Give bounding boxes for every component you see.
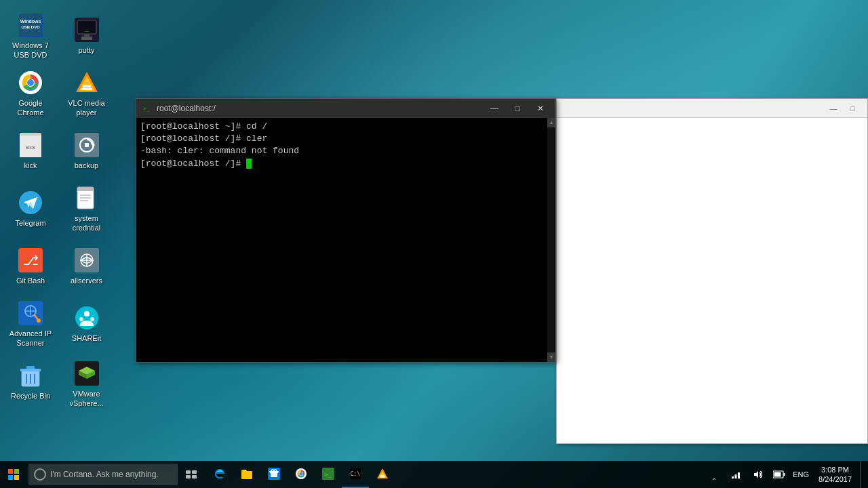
svg-point-49 — [90, 317, 94, 321]
svg-text:>_: >_ — [143, 105, 151, 112]
desktop-icon-telegram[interactable]: Telegram — [3, 180, 58, 237]
svg-rect-61 — [186, 470, 191, 474]
maximize-button[interactable]: □ — [843, 101, 862, 116]
desktop-icon-advanced-ip[interactable]: Advanced IPScanner — [3, 295, 58, 352]
taskbar-apps-container: >_ C:\ — [206, 461, 396, 488]
tray-volume-icon[interactable] — [748, 461, 767, 488]
svg-rect-83 — [738, 472, 740, 479]
terminal-cursor — [246, 159, 252, 169]
advanced-ip-icon — [17, 300, 44, 327]
desktop-icon-label: Git Bash — [16, 277, 45, 285]
show-desktop-button[interactable] — [860, 461, 863, 488]
svg-rect-64 — [192, 475, 197, 479]
svg-rect-32 — [83, 85, 91, 87]
cortana-search-bar[interactable]: I'm Cortana. Ask me anything. — [28, 464, 178, 485]
desktop-icon-label: Windows 7 USB DVD — [12, 41, 49, 59]
recycle-bin-icon — [17, 362, 44, 389]
taskbar-app-vlc[interactable] — [369, 461, 396, 488]
backup-icon — [73, 131, 100, 159]
terminal-close-button[interactable]: ✕ — [531, 101, 550, 116]
desktop-icon-chrome[interactable]: GoogleChrome — [3, 64, 58, 122]
window-content — [557, 118, 867, 443]
terminal-window[interactable]: >_ root@localhost:/ — □ ✕ [root@localhos… — [136, 98, 556, 363]
terminal-titlebar: >_ root@localhost:/ — □ ✕ — [136, 99, 555, 118]
windows-dvd-icon: Windows USB DVD — [17, 12, 44, 39]
background-window[interactable]: — □ — [556, 98, 868, 444]
taskbar: I'm Cortana. Ask me anything. — [0, 461, 868, 488]
svg-rect-39 — [77, 187, 94, 191]
svg-rect-58 — [14, 469, 19, 474]
start-button[interactable] — [0, 461, 27, 488]
desktop-icon-label: kick — [24, 161, 37, 170]
svg-rect-37 — [85, 143, 89, 147]
desktop: Windows USB DVD Windows 7 USB DVD — [0, 0, 868, 488]
terminal-line-1: [root@localhost ~]# cd / — [140, 121, 551, 133]
desktop-icon-system-cred[interactable]: systemcredntial — [60, 180, 114, 237]
kick-icon: kick — [17, 131, 44, 159]
terminal-maximize-button[interactable]: □ — [508, 101, 527, 116]
svg-marker-84 — [754, 471, 758, 478]
scroll-track — [547, 127, 555, 352]
desktop-icon-shareit[interactable]: SHAREit — [60, 295, 114, 352]
system-clock[interactable]: 3:08 PM 8/24/2017 — [813, 461, 857, 488]
svg-rect-60 — [14, 475, 19, 480]
cortana-search-text: I'm Cortana. Ask me anything. — [50, 470, 159, 479]
desktop-icon-vmware[interactable]: VMwarevSphere... — [60, 355, 114, 413]
svg-rect-28 — [81, 37, 92, 40]
desktop-icon-label: Recycle Bin — [11, 392, 50, 401]
window-titlebar: — □ — [557, 99, 867, 118]
svg-rect-29 — [84, 34, 90, 37]
scroll-down-button[interactable]: ▼ — [547, 352, 555, 362]
tray-network-icon[interactable] — [726, 461, 745, 488]
desktop-icon-git-bash[interactable]: ⎇ Git Bash — [3, 237, 58, 295]
taskbar-app-edge[interactable] — [206, 461, 233, 488]
svg-rect-86 — [784, 473, 785, 476]
taskbar-app-explorer[interactable] — [233, 461, 260, 488]
desktop-icon-vlc[interactable]: VLC mediaplayer — [60, 64, 114, 122]
desktop-icon-label: Telegram — [15, 219, 45, 228]
system-cred-icon — [73, 184, 100, 211]
taskbar-app-ssh[interactable]: >_ — [315, 461, 342, 488]
svg-rect-62 — [192, 470, 197, 474]
desktop-icon-putty[interactable]: _ putty — [60, 7, 114, 64]
allservers-icon — [73, 247, 100, 274]
terminal-app-icon: >_ — [142, 103, 153, 114]
taskbar-app-chrome[interactable] — [288, 461, 315, 488]
terminal-line-2: [root@localhost /]# cler — [140, 133, 551, 145]
svg-text:_: _ — [84, 24, 89, 32]
terminal-minimize-button[interactable]: — — [485, 101, 504, 116]
tray-input-icon[interactable]: ENG — [791, 461, 810, 488]
desktop-icon-allservers[interactable]: allservers — [60, 237, 114, 295]
svg-rect-65 — [241, 471, 252, 479]
terminal-scrollbar[interactable]: ▲ ▼ — [547, 118, 555, 362]
svg-rect-8 — [20, 133, 41, 136]
svg-point-50 — [79, 317, 83, 321]
svg-rect-57 — [8, 469, 13, 474]
scroll-up-button[interactable]: ▲ — [547, 118, 555, 127]
svg-point-6 — [27, 79, 34, 86]
desktop-icon-label: allservers — [71, 277, 102, 285]
terminal-content-area[interactable]: [root@localhost ~]# cd / [root@localhost… — [136, 118, 555, 362]
desktop-icon-windows-dvd[interactable]: Windows USB DVD Windows 7 USB DVD — [3, 7, 58, 64]
taskbar-app-store[interactable] — [260, 461, 288, 488]
taskbar-app-terminal[interactable]: C:\ — [342, 461, 369, 488]
cortana-icon — [34, 468, 46, 481]
desktop-icon-kick[interactable]: kick kick — [3, 122, 58, 180]
svg-text:Windows: Windows — [20, 19, 41, 24]
svg-rect-20 — [20, 369, 41, 371]
svg-point-18 — [37, 319, 41, 323]
desktop-icon-backup[interactable]: backup — [60, 122, 114, 180]
desktop-icon-recycle-bin[interactable]: Recycle Bin — [3, 352, 58, 410]
desktop-icon-label: VMwarevSphere... — [69, 390, 103, 407]
svg-text:kick: kick — [26, 144, 36, 150]
svg-rect-82 — [735, 474, 737, 479]
svg-text:⎇: ⎇ — [23, 253, 39, 268]
minimize-button[interactable]: — — [824, 101, 843, 116]
svg-text:>_: >_ — [325, 471, 332, 478]
svg-text:USB DVD: USB DVD — [21, 25, 40, 29]
clock-date: 8/24/2017 — [818, 474, 852, 484]
task-view-button[interactable] — [179, 462, 203, 487]
tray-battery-icon[interactable] — [770, 461, 789, 488]
svg-rect-80 — [380, 476, 385, 478]
tray-chevron[interactable]: ‸ — [705, 461, 724, 488]
